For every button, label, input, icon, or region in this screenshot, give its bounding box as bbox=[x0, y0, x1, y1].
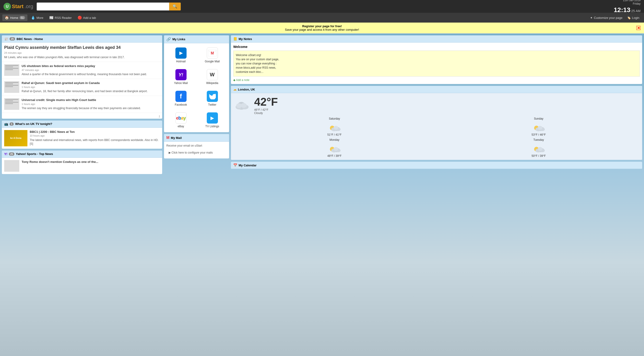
search-button[interactable]: 🔍 bbox=[169, 3, 181, 11]
bbc-more-link[interactable]: › bbox=[159, 114, 160, 117]
svg-point-9 bbox=[241, 103, 247, 108]
nav-home[interactable]: 🏠 Home 51 bbox=[2, 15, 28, 21]
logo[interactable]: U Start .org bbox=[4, 3, 33, 10]
bbc-main-article[interactable]: Plaid Cymru assembly member Steffan Lewi… bbox=[2, 43, 162, 62]
tv-badge: 1 bbox=[10, 122, 14, 126]
bbc-article-2[interactable]: Rahaf al-Qunun: Saudi teen granted asylu… bbox=[2, 79, 162, 96]
yahoo-icon: Y! bbox=[4, 152, 8, 156]
bbc-thumb-3 bbox=[4, 98, 19, 110]
bbc-title: BBC News - Home bbox=[16, 37, 43, 41]
add-tab-icon: 🔴 bbox=[78, 16, 82, 20]
my-mail-header: M My Mail bbox=[164, 134, 229, 142]
bbc-article-3[interactable]: Universal credit: Single mums win High C… bbox=[2, 96, 162, 113]
svg-text:M: M bbox=[211, 51, 214, 55]
yahoo-mail-icon: Y! bbox=[176, 69, 186, 80]
home-badge: 51 bbox=[20, 16, 25, 19]
forecast-sat-temp: 51°F / 41°F bbox=[233, 133, 436, 136]
bbc-article-3-headline: Universal credit: Single mums win High C… bbox=[22, 98, 141, 102]
search-bar: 🔍 bbox=[37, 3, 181, 11]
forecast-tuesday: Tuesday 50°F / 39°F bbox=[438, 138, 640, 157]
tv-title: What's on UK TV tonight? bbox=[15, 122, 52, 126]
mail-icon: M bbox=[166, 136, 169, 140]
banner-line2: Save your page and access it from any ot… bbox=[285, 28, 359, 31]
bbc-article-1[interactable]: US shutdown bites as federal workers mis… bbox=[2, 62, 162, 79]
registration-banner: Register your page for free! Save your p… bbox=[0, 23, 644, 34]
link-facebook[interactable]: f Facebook bbox=[166, 89, 196, 108]
banner-close-button[interactable]: ✕ bbox=[636, 26, 640, 30]
weather-forecast: Saturday 51°F / 41°F bbox=[233, 117, 640, 157]
forecast-mon-temp: 48°F / 39°F bbox=[233, 154, 436, 157]
tv-thumb: ke A Dona bbox=[4, 130, 28, 146]
nav-rss[interactable]: 📰 RSS Reader bbox=[47, 15, 74, 21]
notes-icon: 📒 bbox=[233, 37, 237, 41]
yahoo-sports-card: Y! 25 Yahoo! Sports - Top News Tony Romo… bbox=[2, 150, 162, 174]
tv-thumb-text: ke A Dona bbox=[10, 137, 21, 139]
weather-main: 42°F 46°F / 42°F Cloudy bbox=[233, 95, 640, 115]
hotmail-label: Hotmail bbox=[176, 60, 186, 63]
header-datetime: 11th Jan 2019Friday 12:13:25 AM bbox=[614, 0, 640, 14]
weather-header: ☁ London, UK bbox=[231, 86, 642, 93]
wikipedia-label: Wikipedia bbox=[206, 81, 218, 85]
facebook-label: Facebook bbox=[175, 103, 187, 106]
add-note-button[interactable]: ◆ Add a note bbox=[233, 78, 640, 82]
bbc-more[interactable]: › bbox=[2, 113, 162, 119]
facebook-icon: f bbox=[176, 91, 186, 102]
link-ebay[interactable]: ebay eBay bbox=[166, 110, 196, 130]
nav-customize-label: Customize your page bbox=[594, 16, 622, 20]
nav-add-tab[interactable]: 🔴 Add a tab bbox=[75, 15, 98, 21]
my-mail-desc: Receive your email on uStart bbox=[166, 144, 227, 147]
weather-body: 42°F 46°F / 42°F Cloudy Saturday bbox=[231, 93, 642, 160]
tv-article[interactable]: ke A Dona BBC1 | 2200 : BBC News at Ten … bbox=[2, 128, 162, 149]
link-twitter[interactable]: Twitter bbox=[198, 89, 227, 108]
link-hotmail[interactable]: ▶ Hotmail bbox=[166, 46, 196, 65]
weather-desc: Cloudy bbox=[254, 111, 278, 115]
bbc-thumb-2 bbox=[4, 81, 19, 93]
tv-tonight-card: 📺 1 What's on UK TV tonight? ke A Dona B… bbox=[2, 120, 162, 149]
links-icon: 🔗 bbox=[166, 37, 171, 41]
forecast-sunday: Sunday 53°F / 46°F bbox=[438, 117, 640, 136]
link-gmail[interactable]: M Google Mail bbox=[198, 46, 227, 65]
yahoo-badge: 25 bbox=[9, 152, 14, 156]
tv-tonight-header: 📺 1 What's on UK TV tonight? bbox=[2, 120, 162, 128]
bbc-article-2-content: Rahaf al-Qunun: Saudi teen granted asylu… bbox=[22, 81, 148, 93]
svg-point-14 bbox=[334, 126, 338, 130]
header: U Start .org 🔍 11th Jan 2019Friday 12:13… bbox=[0, 0, 644, 13]
header-date: 11th Jan 2019Friday bbox=[614, 0, 640, 6]
bbc-news-header: 📰 25 BBC News - Home bbox=[2, 35, 162, 43]
nav-more[interactable]: 💧 More bbox=[28, 15, 46, 21]
banner-line1: Register your page for free! bbox=[302, 25, 342, 28]
nav-right: ✦ Customize your page 🏷️ Login bbox=[590, 15, 642, 21]
bbc-article-1-body: About a quarter of the federal governmen… bbox=[22, 72, 147, 76]
mail-configure-link[interactable]: ▶ Click here to configure your mails bbox=[166, 149, 227, 156]
nav-home-label: Home bbox=[10, 16, 18, 20]
my-calendar-card: 📅 My Calendar bbox=[231, 162, 642, 169]
weather-title: London, UK bbox=[238, 88, 255, 91]
my-calendar-title: My Calendar bbox=[238, 163, 256, 167]
login-icon: 🏷️ bbox=[627, 16, 631, 20]
yahoo-content: Tony Romo doesn't mention Cowboys as one… bbox=[22, 160, 98, 172]
bbc-news-card: 📰 25 BBC News - Home Plaid Cymru assembl… bbox=[2, 35, 162, 119]
bbc-badge: 25 bbox=[10, 37, 15, 41]
search-input[interactable] bbox=[37, 3, 169, 11]
nav-customize[interactable]: ✦ Customize your page bbox=[590, 16, 622, 20]
forecast-mon-icon bbox=[328, 143, 342, 153]
twitter-icon bbox=[207, 91, 218, 102]
my-mail-title: My Mail bbox=[171, 136, 182, 140]
my-links-header: 🔗 My Links bbox=[164, 35, 229, 43]
forecast-monday: Monday 48°F / 39°F bbox=[233, 138, 436, 157]
link-tv-listings[interactable]: ▶ TV Listings bbox=[198, 110, 227, 130]
link-yahoo-mail[interactable]: Y! Yahoo Mail bbox=[166, 67, 196, 87]
more-icon: 💧 bbox=[31, 16, 35, 20]
my-links-card: 🔗 My Links ▶ Hotmail bbox=[164, 35, 229, 132]
yahoo-article[interactable]: Tony Romo doesn't mention Cowboys as one… bbox=[2, 158, 162, 174]
tv-icon: 📺 bbox=[4, 122, 8, 126]
my-notes-card: 📒 My Notes Welcome Welcome uStart.org! Y… bbox=[231, 35, 642, 84]
hotmail-icon: ▶ bbox=[176, 48, 186, 59]
nav-login[interactable]: 🏷️ Login bbox=[625, 15, 642, 21]
bbc-article-3-content: Universal credit: Single mums win High C… bbox=[22, 98, 141, 110]
forecast-sun-icon bbox=[532, 121, 546, 132]
link-wikipedia[interactable]: W Wikipedia bbox=[198, 67, 227, 87]
forecast-sun-label: Sunday bbox=[438, 117, 640, 120]
left-column: 📰 25 BBC News - Home Plaid Cymru assembl… bbox=[2, 35, 162, 174]
svg-point-19 bbox=[538, 126, 542, 130]
